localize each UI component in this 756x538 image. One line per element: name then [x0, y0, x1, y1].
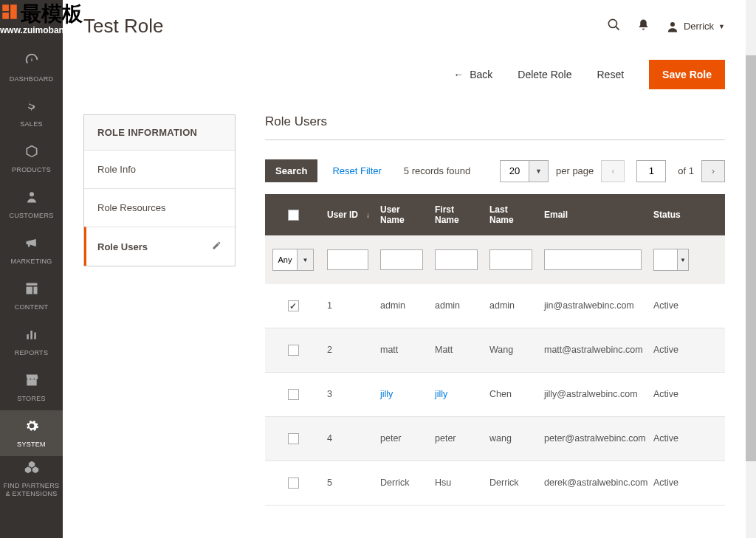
users-grid: User ID↓ User Name First Name Last Name …	[265, 194, 725, 506]
tabs-title: ROLE INFORMATION	[84, 115, 235, 150]
per-page-selector[interactable]: ▼	[500, 160, 549, 182]
table-row[interactable]: 4peterpeterwangpeter@astralwebinc.comAct…	[265, 417, 725, 461]
page-actions: ← Back Delete Role Reset Save Role	[63, 45, 746, 114]
grid-toolbar: Search Reset Filter 5 records found ▼ pe…	[265, 159, 725, 182]
chevron-down-icon: ▼	[718, 23, 725, 30]
user-name: Derrick	[684, 21, 714, 32]
tab-role-resources[interactable]: Role Resources	[84, 188, 235, 227]
svg-rect-3	[34, 332, 36, 339]
per-page-label: per page	[556, 165, 594, 176]
prev-page-button[interactable]: ‹	[601, 160, 625, 182]
filter-email[interactable]	[544, 249, 642, 270]
row-checkbox[interactable]	[288, 300, 299, 311]
cell-first-name: admin	[429, 284, 484, 328]
cell-first-name: jilly	[429, 373, 484, 416]
cell-status: Active	[647, 461, 695, 505]
row-checkbox[interactable]	[288, 477, 299, 489]
col-status[interactable]: Status	[647, 194, 695, 235]
search-icon[interactable]	[607, 18, 621, 35]
tab-label: Role Info	[97, 164, 136, 175]
chevron-down-icon: ▼	[680, 257, 686, 263]
row-checkbox[interactable]	[288, 433, 299, 444]
user-menu[interactable]: Derrick ▼	[666, 20, 725, 33]
sort-arrow-icon: ↓	[366, 211, 370, 219]
sidebar-item-content[interactable]: CONTENT	[0, 273, 63, 319]
col-user-id[interactable]: User ID↓	[321, 194, 374, 235]
table-row[interactable]: 2mattMattWangmatt@astralwebinc.comActive	[265, 328, 725, 373]
page-input[interactable]	[636, 160, 666, 182]
col-email[interactable]: Email	[538, 194, 647, 235]
sidebar-item-reports[interactable]: REPORTS	[0, 319, 63, 365]
filter-first-name[interactable]	[435, 249, 478, 270]
tab-label: Role Users	[97, 241, 148, 252]
sidebar-item-products[interactable]: PRODUCTS	[0, 136, 63, 182]
cell-first-name: Matt	[429, 328, 484, 372]
sidebar-label: PRODUCTS	[10, 166, 53, 174]
page-header: Test Role Derrick ▼	[63, 0, 746, 45]
section-title: Role Users	[265, 114, 725, 140]
col-first-name[interactable]: First Name	[429, 194, 484, 235]
cell-email: jin@astralwebinc.com	[538, 284, 647, 328]
sidebar-item-customers[interactable]: CUSTOMERS	[0, 182, 63, 227]
sidebar-item-find-partners-extensions[interactable]: FIND PARTNERS & EXTENSIONS	[0, 456, 63, 502]
svg-line-5	[616, 26, 619, 30]
reset-filter-link[interactable]: Reset Filter	[332, 165, 381, 176]
sidebar-item-marketing[interactable]: MARKETING	[0, 227, 63, 273]
cell-last-name: wang	[484, 417, 538, 461]
reset-button[interactable]: Reset	[597, 69, 624, 80]
tab-role-info[interactable]: Role Info	[84, 150, 235, 188]
cell-last-name: Wang	[484, 328, 538, 372]
pencil-icon	[212, 241, 221, 252]
per-page-value[interactable]	[500, 160, 529, 182]
col-last-name[interactable]: Last Name	[484, 194, 538, 235]
row-checkbox[interactable]	[288, 345, 299, 356]
col-user-name[interactable]: User Name	[374, 194, 429, 235]
back-button[interactable]: ← Back	[453, 69, 492, 80]
select-all-checkbox[interactable]	[288, 210, 299, 221]
page-content: Test Role Derrick ▼ ← Back Delete Role R…	[63, 0, 746, 538]
save-role-button[interactable]: Save Role	[649, 60, 725, 89]
cell-status: Active	[647, 417, 695, 461]
delete-role-button[interactable]: Delete Role	[518, 69, 571, 80]
sidebar-item-dashboard[interactable]: DASHBOARD	[0, 44, 63, 90]
sidebar-label: MARKETING	[8, 258, 54, 266]
filter-user-id[interactable]	[327, 249, 368, 270]
table-row[interactable]: 3jillyjillyChenjilly@astralwebinc.comAct…	[265, 373, 725, 417]
table-row[interactable]: 5DerrickHsuDerrickderek@astralwebinc.com…	[265, 461, 725, 506]
svg-point-6	[670, 22, 675, 27]
row-checkbox[interactable]	[288, 389, 299, 400]
cell-email: jilly@astralwebinc.com	[538, 373, 647, 416]
bars-icon	[24, 327, 39, 345]
layout-icon	[24, 281, 39, 300]
search-button[interactable]: Search	[265, 159, 317, 182]
chevron-left-icon: ‹	[611, 165, 614, 176]
cubes-icon	[24, 460, 39, 478]
sidebar-item-stores[interactable]: STORES	[0, 365, 63, 410]
filter-status-select[interactable]: ▼	[653, 249, 689, 271]
scrollbar-thumb[interactable]	[746, 55, 756, 461]
scrollbar-track[interactable]	[746, 0, 756, 538]
cube-icon	[24, 144, 39, 162]
tab-role-users[interactable]: Role Users	[84, 227, 235, 266]
sidebar-item-sales[interactable]: SALES	[0, 90, 63, 136]
svg-rect-2	[30, 331, 32, 339]
filter-last-name[interactable]	[489, 249, 532, 270]
per-page-dropdown-button[interactable]: ▼	[529, 160, 549, 182]
dollar-icon	[24, 98, 39, 117]
next-page-button[interactable]: ›	[701, 160, 725, 182]
notifications-icon[interactable]	[637, 18, 650, 35]
cell-email: peter@astralwebinc.com	[538, 417, 647, 461]
sidebar-item-system[interactable]: SYSTEM	[0, 410, 63, 456]
filter-user-name[interactable]	[380, 249, 423, 270]
cell-status: Active	[647, 373, 695, 416]
sidebar-label: CONTENT	[13, 303, 51, 311]
sidebar-label: REPORTS	[13, 349, 50, 357]
tab-label: Role Resources	[97, 202, 166, 213]
cell-email: matt@astralwebinc.com	[538, 328, 647, 372]
table-row[interactable]: 1adminadminadminjin@astralwebinc.comActi…	[265, 284, 725, 328]
filter-any-select[interactable]: ▼	[272, 249, 314, 271]
gear-icon	[24, 418, 39, 437]
gauge-icon	[24, 52, 40, 72]
admin-sidebar: DASHBOARDSALESPRODUCTSCUSTOMERSMARKETING…	[0, 0, 63, 538]
records-count: 5 records found	[404, 165, 470, 176]
